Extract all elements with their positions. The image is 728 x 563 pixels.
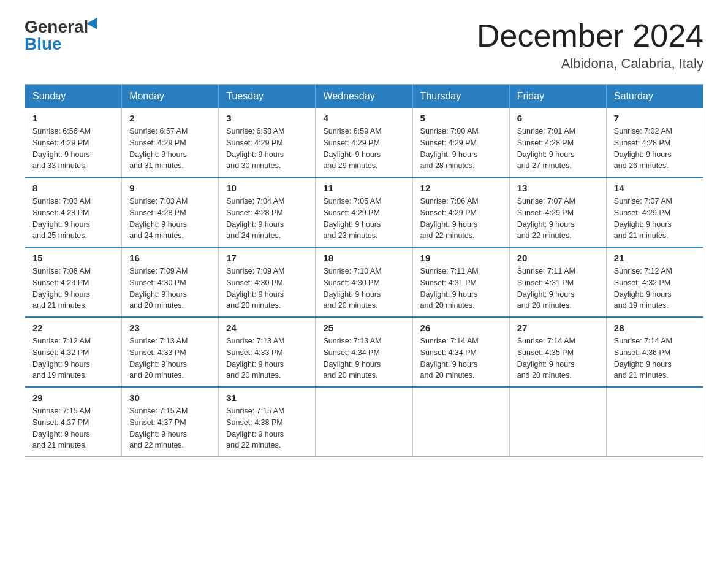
day-info: Sunrise: 7:03 AM Sunset: 4:28 PM Dayligh… [129, 196, 211, 242]
calendar-header-row: SundayMondayTuesdayWednesdayThursdayFrid… [25, 85, 703, 109]
calendar-cell: 5 Sunrise: 7:00 AM Sunset: 4:29 PM Dayli… [412, 108, 509, 177]
calendar-cell: 2 Sunrise: 6:57 AM Sunset: 4:29 PM Dayli… [122, 108, 219, 177]
calendar-cell [509, 387, 606, 457]
day-info: Sunrise: 7:11 AM Sunset: 4:31 PM Dayligh… [517, 266, 599, 312]
day-number: 15 [32, 253, 114, 263]
day-number: 23 [129, 323, 211, 333]
calendar-cell: 4 Sunrise: 6:59 AM Sunset: 4:29 PM Dayli… [316, 108, 412, 177]
day-number: 3 [226, 113, 308, 123]
day-info: Sunrise: 7:15 AM Sunset: 4:38 PM Dayligh… [226, 405, 308, 451]
calendar-cell: 15 Sunrise: 7:08 AM Sunset: 4:29 PM Dayl… [25, 247, 122, 317]
calendar-cell: 30 Sunrise: 7:15 AM Sunset: 4:37 PM Dayl… [122, 387, 219, 457]
day-info: Sunrise: 7:07 AM Sunset: 4:29 PM Dayligh… [614, 196, 696, 242]
day-number: 6 [517, 113, 599, 123]
day-info: Sunrise: 7:02 AM Sunset: 4:28 PM Dayligh… [614, 126, 696, 172]
day-number: 16 [129, 253, 211, 263]
day-info: Sunrise: 7:13 AM Sunset: 4:33 PM Dayligh… [226, 335, 308, 381]
day-number: 2 [129, 113, 211, 123]
day-info: Sunrise: 7:03 AM Sunset: 4:28 PM Dayligh… [32, 196, 114, 242]
day-number: 7 [614, 113, 696, 123]
day-number: 21 [614, 253, 696, 263]
day-header-saturday: Saturday [606, 85, 703, 109]
logo-triangle-icon [87, 18, 102, 33]
calendar-cell: 18 Sunrise: 7:10 AM Sunset: 4:30 PM Dayl… [316, 247, 412, 317]
calendar-week-5: 29 Sunrise: 7:15 AM Sunset: 4:37 PM Dayl… [25, 387, 703, 457]
day-header-monday: Monday [122, 85, 219, 109]
calendar-cell: 16 Sunrise: 7:09 AM Sunset: 4:30 PM Dayl… [122, 247, 219, 317]
calendar-table: SundayMondayTuesdayWednesdayThursdayFrid… [25, 84, 703, 457]
day-header-thursday: Thursday [412, 85, 509, 109]
day-number: 14 [614, 183, 696, 193]
calendar-title: December 2024 [477, 18, 703, 53]
day-number: 27 [517, 323, 599, 333]
day-info: Sunrise: 7:10 AM Sunset: 4:30 PM Dayligh… [323, 266, 404, 312]
calendar-week-3: 15 Sunrise: 7:08 AM Sunset: 4:29 PM Dayl… [25, 247, 703, 317]
day-number: 10 [226, 183, 308, 193]
calendar-cell: 10 Sunrise: 7:04 AM Sunset: 4:28 PM Dayl… [219, 177, 316, 247]
day-info: Sunrise: 6:58 AM Sunset: 4:29 PM Dayligh… [226, 126, 308, 172]
day-number: 22 [32, 323, 114, 333]
logo-blue-text: Blue [25, 36, 62, 53]
calendar-cell: 22 Sunrise: 7:12 AM Sunset: 4:32 PM Dayl… [25, 317, 122, 387]
calendar-cell: 6 Sunrise: 7:01 AM Sunset: 4:28 PM Dayli… [509, 108, 606, 177]
day-info: Sunrise: 7:13 AM Sunset: 4:34 PM Dayligh… [323, 335, 404, 381]
day-number: 17 [226, 253, 308, 263]
day-number: 4 [323, 113, 404, 123]
day-info: Sunrise: 6:57 AM Sunset: 4:29 PM Dayligh… [129, 126, 211, 172]
day-info: Sunrise: 7:06 AM Sunset: 4:29 PM Dayligh… [420, 196, 502, 242]
day-header-wednesday: Wednesday [316, 85, 412, 109]
logo: General Blue [25, 18, 102, 53]
day-header-friday: Friday [509, 85, 606, 109]
day-header-sunday: Sunday [25, 85, 122, 109]
day-info: Sunrise: 7:01 AM Sunset: 4:28 PM Dayligh… [517, 126, 599, 172]
day-number: 5 [420, 113, 502, 123]
calendar-cell: 23 Sunrise: 7:13 AM Sunset: 4:33 PM Dayl… [122, 317, 219, 387]
calendar-cell: 7 Sunrise: 7:02 AM Sunset: 4:28 PM Dayli… [606, 108, 703, 177]
day-info: Sunrise: 7:14 AM Sunset: 4:34 PM Dayligh… [420, 335, 502, 381]
day-info: Sunrise: 7:14 AM Sunset: 4:35 PM Dayligh… [517, 335, 599, 381]
day-info: Sunrise: 6:59 AM Sunset: 4:29 PM Dayligh… [323, 126, 404, 172]
calendar-cell: 28 Sunrise: 7:14 AM Sunset: 4:36 PM Dayl… [606, 317, 703, 387]
calendar-week-1: 1 Sunrise: 6:56 AM Sunset: 4:29 PM Dayli… [25, 108, 703, 177]
calendar-location: Albidona, Calabria, Italy [477, 56, 703, 72]
calendar-cell: 13 Sunrise: 7:07 AM Sunset: 4:29 PM Dayl… [509, 177, 606, 247]
page-header: General Blue December 2024 Albidona, Cal… [25, 18, 703, 72]
calendar-cell: 12 Sunrise: 7:06 AM Sunset: 4:29 PM Dayl… [412, 177, 509, 247]
day-number: 18 [323, 253, 404, 263]
day-info: Sunrise: 7:04 AM Sunset: 4:28 PM Dayligh… [226, 196, 308, 242]
day-number: 29 [32, 393, 114, 403]
day-info: Sunrise: 7:05 AM Sunset: 4:29 PM Dayligh… [323, 196, 404, 242]
day-number: 31 [226, 393, 308, 403]
calendar-cell [316, 387, 412, 457]
calendar-cell: 21 Sunrise: 7:12 AM Sunset: 4:32 PM Dayl… [606, 247, 703, 317]
day-info: Sunrise: 7:11 AM Sunset: 4:31 PM Dayligh… [420, 266, 502, 312]
calendar-cell: 9 Sunrise: 7:03 AM Sunset: 4:28 PM Dayli… [122, 177, 219, 247]
day-number: 20 [517, 253, 599, 263]
calendar-week-2: 8 Sunrise: 7:03 AM Sunset: 4:28 PM Dayli… [25, 177, 703, 247]
day-header-tuesday: Tuesday [219, 85, 316, 109]
day-info: Sunrise: 7:12 AM Sunset: 4:32 PM Dayligh… [614, 266, 696, 312]
calendar-cell: 31 Sunrise: 7:15 AM Sunset: 4:38 PM Dayl… [219, 387, 316, 457]
day-info: Sunrise: 7:00 AM Sunset: 4:29 PM Dayligh… [420, 126, 502, 172]
calendar-cell: 1 Sunrise: 6:56 AM Sunset: 4:29 PM Dayli… [25, 108, 122, 177]
day-number: 24 [226, 323, 308, 333]
day-info: Sunrise: 6:56 AM Sunset: 4:29 PM Dayligh… [32, 126, 114, 172]
day-info: Sunrise: 7:09 AM Sunset: 4:30 PM Dayligh… [226, 266, 308, 312]
calendar-cell: 17 Sunrise: 7:09 AM Sunset: 4:30 PM Dayl… [219, 247, 316, 317]
day-number: 1 [32, 113, 114, 123]
day-number: 19 [420, 253, 502, 263]
day-info: Sunrise: 7:13 AM Sunset: 4:33 PM Dayligh… [129, 335, 211, 381]
calendar-cell: 19 Sunrise: 7:11 AM Sunset: 4:31 PM Dayl… [412, 247, 509, 317]
day-number: 11 [323, 183, 404, 193]
day-number: 8 [32, 183, 114, 193]
day-info: Sunrise: 7:15 AM Sunset: 4:37 PM Dayligh… [129, 405, 211, 451]
calendar-cell: 27 Sunrise: 7:14 AM Sunset: 4:35 PM Dayl… [509, 317, 606, 387]
day-info: Sunrise: 7:14 AM Sunset: 4:36 PM Dayligh… [614, 335, 696, 381]
day-number: 28 [614, 323, 696, 333]
calendar-week-4: 22 Sunrise: 7:12 AM Sunset: 4:32 PM Dayl… [25, 317, 703, 387]
calendar-cell: 26 Sunrise: 7:14 AM Sunset: 4:34 PM Dayl… [412, 317, 509, 387]
calendar-cell [412, 387, 509, 457]
calendar-cell: 20 Sunrise: 7:11 AM Sunset: 4:31 PM Dayl… [509, 247, 606, 317]
day-number: 30 [129, 393, 211, 403]
title-block: December 2024 Albidona, Calabria, Italy [477, 18, 703, 72]
